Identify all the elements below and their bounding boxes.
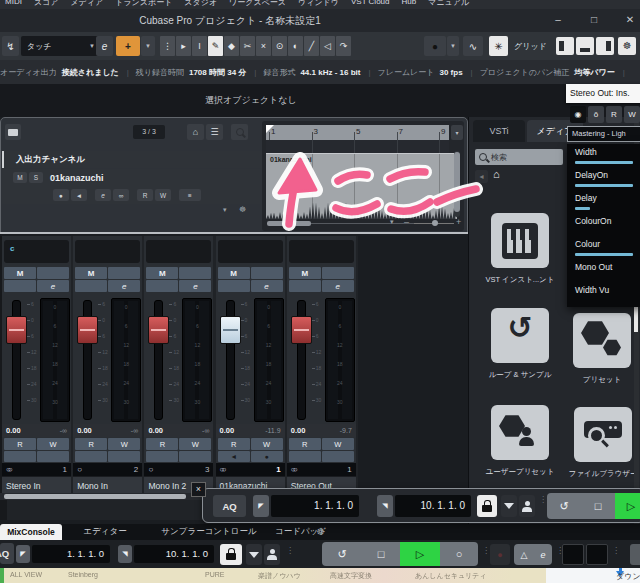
menu-item-4[interactable]: スタジオ bbox=[184, 0, 217, 8]
expand-icon[interactable]: ▾ bbox=[223, 206, 227, 214]
read-button[interactable]: R bbox=[218, 438, 250, 450]
channel-listen-button[interactable] bbox=[146, 280, 178, 292]
play-button[interactable]: ▷ bbox=[615, 493, 640, 519]
menu-item-5[interactable]: ワークスペース bbox=[229, 0, 286, 8]
track-search-icon[interactable] bbox=[231, 124, 248, 140]
media-tile-loop[interactable]: ↺ bbox=[491, 308, 549, 363]
channel-mute-button[interactable]: M bbox=[146, 267, 178, 279]
monitor-button[interactable] bbox=[75, 451, 107, 462]
lock-icon[interactable] bbox=[220, 544, 242, 565]
quick-control-value-bar[interactable] bbox=[575, 253, 633, 256]
quick-control-value-bar[interactable] bbox=[575, 161, 633, 164]
channel-edit-button[interactable]: e bbox=[108, 280, 140, 292]
menu-item-6[interactable]: ウィンドウ bbox=[298, 0, 339, 8]
home-icon[interactable]: ⌂ bbox=[493, 168, 500, 180]
fader-handle[interactable] bbox=[77, 316, 98, 344]
draw-tool[interactable]: ✎ bbox=[208, 36, 223, 56]
stop-button[interactable]: □ bbox=[362, 542, 400, 566]
gain-value[interactable]: 0.00 bbox=[148, 426, 163, 435]
zoom-slider-handle[interactable] bbox=[432, 220, 438, 226]
tab-エディター[interactable]: エディター bbox=[70, 524, 140, 540]
zoom-in-icon[interactable]: + bbox=[456, 217, 461, 227]
aq-button[interactable]: AQ bbox=[213, 495, 246, 517]
write-button[interactable]: W bbox=[37, 438, 69, 450]
menu-item-1[interactable]: スコア bbox=[34, 0, 59, 8]
edit-button[interactable]: e bbox=[96, 36, 113, 56]
channel-listen-button[interactable] bbox=[75, 280, 107, 292]
mute-tool[interactable]: × bbox=[256, 36, 271, 56]
quick-control-value-bar[interactable] bbox=[575, 184, 633, 187]
channel-solo-button[interactable] bbox=[322, 267, 354, 279]
monitor-button[interactable] bbox=[289, 451, 321, 462]
channel-solo-button[interactable] bbox=[251, 267, 283, 279]
tab-VSTi[interactable]: VSTi bbox=[473, 120, 525, 142]
record-mode-icon[interactable]: ● bbox=[490, 544, 510, 565]
setup-window-layout-icon[interactable]: ☸ bbox=[618, 37, 636, 55]
power-icon[interactable]: ◉ bbox=[570, 106, 586, 123]
tempo-field[interactable] bbox=[562, 544, 584, 565]
play-tool[interactable]: ◁ bbox=[320, 36, 335, 56]
record-enable-button[interactable] bbox=[37, 451, 69, 462]
channel-rack[interactable]: c bbox=[4, 240, 69, 263]
channel-rack[interactable] bbox=[289, 240, 354, 263]
record-enable-button[interactable] bbox=[108, 451, 140, 462]
metronome-setup-icon[interactable]: e bbox=[534, 544, 552, 565]
signature-field[interactable] bbox=[586, 544, 608, 565]
channel-edit-button[interactable]: e bbox=[251, 280, 283, 292]
color-dropdown[interactable]: ▼ bbox=[447, 36, 459, 56]
vertical-scrollbar[interactable] bbox=[454, 151, 460, 217]
filter-icon[interactable] bbox=[246, 544, 262, 565]
left-locator-field[interactable]: 1. 1. 1. 0 bbox=[32, 545, 110, 563]
gain-value[interactable]: 0.00 bbox=[220, 426, 235, 435]
menu-item-8[interactable]: Hub bbox=[402, 0, 417, 8]
audio-event[interactable]: 01kanazuchi bbox=[266, 153, 457, 219]
grid-label[interactable]: グリッド bbox=[514, 41, 547, 52]
lock-icon[interactable] bbox=[477, 495, 497, 517]
quick-control-row[interactable]: Mono Out bbox=[567, 259, 640, 282]
close-icon[interactable]: × bbox=[191, 482, 206, 497]
channel-solo-button[interactable] bbox=[179, 267, 211, 279]
zoom-tool[interactable]: ⊙ bbox=[272, 36, 287, 56]
left-locator-icon[interactable]: ◤ bbox=[253, 495, 269, 517]
automation-mode-select[interactable]: タッチ ▼ bbox=[21, 36, 99, 56]
left-zone-toggle[interactable] bbox=[556, 37, 574, 55]
monitor-icon[interactable]: ◄ bbox=[71, 189, 87, 201]
write-button[interactable]: W bbox=[624, 106, 640, 123]
channel-mute-button[interactable]: M bbox=[218, 267, 250, 279]
record-enable-icon[interactable]: ● bbox=[53, 189, 69, 201]
audio-track-row[interactable]: M S 01kanazuchi bbox=[2, 169, 260, 187]
quick-control-row[interactable]: Colour bbox=[567, 236, 640, 259]
feedback-tool[interactable]: ↷ bbox=[336, 36, 351, 56]
crossfade-icon[interactable]: ∿ bbox=[463, 36, 483, 56]
read-button[interactable]: R bbox=[75, 438, 107, 450]
punch-person-icon[interactable] bbox=[519, 495, 535, 517]
channel-solo-button[interactable] bbox=[108, 267, 140, 279]
channel-edit-button[interactable]: e bbox=[37, 280, 69, 292]
list-tool[interactable]: ⋮ bbox=[160, 36, 175, 56]
gain-value[interactable]: 0.00 bbox=[291, 426, 306, 435]
color-tool-icon[interactable]: ● bbox=[424, 36, 446, 56]
right-locator-icon[interactable]: ◥ bbox=[377, 495, 393, 517]
autoscroll-dropdown[interactable]: ▼ bbox=[141, 36, 155, 56]
track-list-icon[interactable]: ☰ bbox=[206, 124, 223, 140]
record-enable-button[interactable]: ● bbox=[251, 451, 283, 462]
read-button[interactable]: R bbox=[146, 438, 178, 450]
edit-channel-icon[interactable]: e bbox=[95, 189, 111, 201]
tab-MixConsole[interactable]: MixConsole bbox=[0, 524, 62, 540]
write-button[interactable]: W bbox=[179, 438, 211, 450]
cycle-button[interactable]: ↺ bbox=[322, 542, 362, 566]
channel-rack[interactable] bbox=[218, 240, 283, 263]
filter-icon[interactable] bbox=[501, 495, 517, 517]
channel-listen-button[interactable] bbox=[218, 280, 250, 292]
channel-mute-button[interactable]: M bbox=[75, 267, 107, 279]
channel-mute-button[interactable]: M bbox=[4, 267, 36, 279]
channel-edit-button[interactable]: e bbox=[179, 280, 211, 292]
cycle-button[interactable]: ↺ bbox=[547, 493, 581, 519]
right-locator-field[interactable]: 10. 1. 1. 0 bbox=[134, 545, 214, 563]
solo-button[interactable]: S bbox=[29, 172, 43, 183]
insert-preset-select[interactable]: Mastering - Ligh bbox=[567, 126, 640, 142]
punch-person-icon[interactable] bbox=[264, 544, 280, 565]
fader-handle[interactable] bbox=[220, 316, 241, 344]
media-tile-preset[interactable] bbox=[573, 313, 631, 368]
fader-handle[interactable] bbox=[291, 316, 312, 344]
